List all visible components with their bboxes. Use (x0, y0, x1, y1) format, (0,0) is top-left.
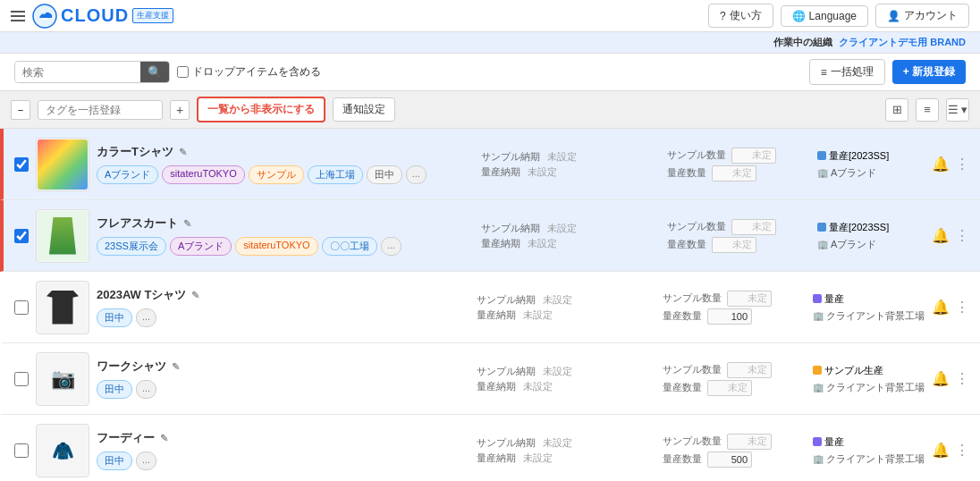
season-color-dot (813, 366, 822, 375)
season-label: 量産[2023SS] (829, 221, 889, 234)
edit-icon[interactable]: ✎ (160, 433, 168, 444)
mass-delivery-row: 量産納期 未設定 (477, 308, 655, 322)
bell-icon[interactable]: 🔔 (932, 370, 950, 387)
bell-icon[interactable]: 🔔 (932, 442, 950, 459)
edit-icon[interactable]: ✎ (183, 218, 191, 230)
mass-qty-row: 量産数量 (667, 237, 810, 253)
sample-delivery-value: 未設定 (543, 365, 572, 378)
tag[interactable]: 田中 (97, 380, 132, 399)
list-view-button[interactable]: ☰ ▾ (946, 98, 969, 122)
tag-more[interactable]: ... (406, 165, 427, 184)
logo-area: CLOUD 生産支援 (32, 4, 173, 29)
search-button[interactable]: 🔍 (140, 62, 169, 82)
tag[interactable]: Aブランド (170, 237, 232, 256)
sample-qty-input[interactable] (727, 362, 772, 378)
drop-check-label[interactable]: ドロップアイテムを含める (177, 64, 321, 80)
drop-checkbox[interactable] (177, 66, 189, 78)
delivery-info: サンプル納期 未設定 量産納期 未設定 (481, 150, 660, 179)
quantity-info: サンプル数量 量産数量 (663, 362, 806, 396)
mass-qty-input[interactable] (712, 237, 756, 253)
edit-icon[interactable]: ✎ (172, 361, 180, 373)
language-button[interactable]: 🌐 Language (781, 5, 868, 27)
more-menu-icon[interactable]: ⋮ (955, 299, 969, 316)
toolbar-right: ≡ 一括処理 + 新規登録 (809, 59, 966, 85)
mass-qty-label: 量産数量 (667, 166, 706, 180)
toolbar-left: 🔍 ドロップアイテムを含める (14, 61, 321, 83)
tag[interactable]: 田中 (97, 451, 132, 470)
delivery-info: サンプル納期 未設定 量産納期 未設定 (477, 436, 655, 465)
logo-badge: 生産支援 (132, 8, 173, 23)
tag[interactable]: 田中 (367, 165, 402, 184)
mass-qty-input[interactable] (707, 451, 752, 468)
collapse-button[interactable]: − (11, 100, 30, 120)
row-actions: 🔔 ⋮ (932, 227, 969, 244)
row-checkbox-4[interactable] (14, 372, 29, 386)
tag-more[interactable]: ... (136, 380, 156, 399)
brand-name: 🏢 Aブランド (817, 238, 925, 251)
mass-qty-input[interactable] (707, 380, 752, 396)
more-menu-icon[interactable]: ⋮ (955, 442, 969, 459)
tag[interactable]: sitateruTOKYO (162, 165, 244, 184)
add-tag-button[interactable]: + (170, 100, 190, 120)
tag[interactable]: sitateruTOKYO (235, 237, 317, 256)
mass-qty-input[interactable] (712, 165, 756, 181)
mass-qty-input[interactable] (707, 308, 752, 325)
tag[interactable]: 〇〇工場 (322, 237, 377, 256)
brand-name: 🏢 Aブランド (817, 166, 925, 180)
sample-qty-input[interactable] (731, 219, 776, 235)
batch-button[interactable]: ≡ 一括処理 (809, 59, 885, 85)
mass-qty-row: 量産数量 (663, 308, 806, 325)
bell-icon[interactable]: 🔔 (932, 156, 950, 173)
delivery-info: サンプル納期 未設定 量産納期 未設定 (477, 365, 655, 393)
tag-bulk-input[interactable] (38, 100, 163, 120)
tag-more[interactable]: ... (136, 451, 156, 470)
product-thumbnail: 🧥 (36, 424, 89, 477)
tag[interactable]: サンプル (249, 165, 304, 184)
row-actions: 🔔 ⋮ (932, 299, 969, 316)
search-input[interactable] (15, 63, 140, 82)
edit-icon[interactable]: ✎ (179, 147, 187, 158)
toolbar: 🔍 ドロップアイテムを含める ≡ 一括処理 + 新規登録 (0, 54, 980, 91)
tag[interactable]: 上海工場 (308, 165, 363, 184)
brand-info: サンプル生産 🏢 クライアント背景工場 (813, 364, 925, 394)
bell-icon[interactable]: 🔔 (932, 299, 950, 316)
help-button[interactable]: ? 使い方 (708, 4, 773, 28)
row-checkbox-5[interactable] (14, 443, 29, 458)
hide-from-list-button[interactable]: 一覧から非表示にする (197, 97, 325, 122)
more-menu-icon[interactable]: ⋮ (955, 227, 969, 244)
tag[interactable]: 田中 (97, 308, 132, 327)
bell-icon[interactable]: 🔔 (932, 227, 950, 244)
tag[interactable]: Aブランド (97, 165, 158, 184)
hamburger-menu[interactable] (11, 11, 25, 21)
edit-icon[interactable]: ✎ (191, 290, 199, 301)
sample-qty-input[interactable] (727, 434, 772, 450)
sample-delivery-label: サンプル納期 (481, 222, 540, 235)
sample-delivery-row: サンプル納期 未設定 (477, 436, 655, 450)
sample-delivery-label: サンプル納期 (477, 293, 536, 307)
filter-button[interactable]: ≡ (916, 98, 939, 122)
row-checkbox-2[interactable] (14, 229, 29, 243)
notification-settings-button[interactable]: 通知設定 (333, 97, 395, 122)
sample-delivery-label: サンプル納期 (477, 365, 536, 378)
logo-text: CLOUD (61, 5, 129, 26)
account-button[interactable]: 👤 アカウント (875, 4, 969, 28)
sample-qty-input[interactable] (727, 291, 772, 307)
sample-qty-label: サンプル数量 (667, 220, 726, 233)
sample-qty-input[interactable] (731, 148, 776, 164)
tag-more[interactable]: ... (381, 237, 401, 256)
table-row: フレアスカート ✎ 23SS展示会AブランドsitateruTOKYO〇〇工場.… (0, 200, 980, 272)
more-menu-icon[interactable]: ⋮ (955, 156, 969, 173)
season-color-dot (817, 223, 826, 232)
batch-icon: ≡ (821, 66, 827, 79)
row-checkbox-3[interactable] (14, 300, 29, 315)
row-checkbox-1[interactable] (14, 157, 29, 172)
sample-delivery-label: サンプル納期 (477, 436, 536, 450)
tag[interactable]: 23SS展示会 (97, 237, 166, 256)
new-register-button[interactable]: + 新規登録 (892, 60, 966, 84)
mass-delivery-value: 未設定 (528, 165, 557, 179)
tag-more[interactable]: ... (136, 308, 156, 327)
brand-icon: 🏢 (813, 454, 824, 464)
more-menu-icon[interactable]: ⋮ (955, 370, 969, 387)
grid-view-button[interactable]: ⊞ (885, 98, 908, 122)
sample-qty-row: サンプル数量 (667, 219, 810, 235)
